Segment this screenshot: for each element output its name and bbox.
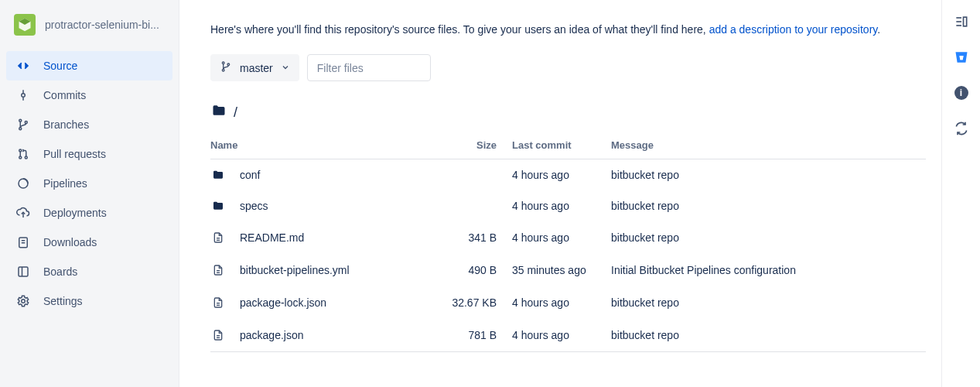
file-name-link[interactable]: README.md [240,231,304,244]
svg-point-6 [19,128,22,130]
file-name-link[interactable]: package.json [240,329,304,341]
file-last-commit: 4 hours ago [512,286,611,319]
breadcrumb: / [210,103,926,122]
file-icon [210,328,226,342]
folder-icon [210,103,227,122]
intro-text: Here's where you'll find this repository… [210,23,926,36]
sidebar-item-label: Commits [43,89,86,101]
repo-avatar-icon [14,14,36,36]
svg-point-18 [22,300,26,303]
file-icon [210,296,226,310]
sidebar: protractor-selenium-bi... Source Commits… [0,0,179,387]
file-icon [210,231,226,245]
file-name-link[interactable]: bitbucket-pipelines.yml [240,264,350,276]
file-last-commit: 4 hours ago [512,159,611,191]
folder-icon [210,200,226,212]
svg-point-10 [25,156,27,159]
table-row: README.md341 B4 hours agobitbucket repo [210,221,926,254]
sidebar-item-label: Deployments [43,207,107,219]
svg-point-7 [25,122,27,124]
svg-point-2 [22,94,26,98]
svg-point-20 [222,69,224,71]
info-icon[interactable]: i [952,84,971,102]
sidebar-item-pull-requests[interactable]: Pull requests [6,139,172,169]
sidebar-item-commits[interactable]: Commits [6,80,172,110]
right-sidebar: i [941,0,980,387]
sidebar-item-pipelines[interactable]: Pipelines [6,169,172,198]
svg-point-19 [222,62,224,64]
col-header-size[interactable]: Size [442,133,512,159]
gear-icon [15,293,31,309]
sidebar-item-label: Boards [43,265,77,278]
intro-after: . [877,23,880,36]
svg-point-8 [19,149,22,152]
file-message: bitbucket repo [611,319,926,352]
file-message: bitbucket repo [611,159,926,191]
sidebar-item-downloads[interactable]: Downloads [6,228,172,257]
svg-point-9 [19,156,22,159]
chevron-down-icon [281,62,290,74]
bitbucket-icon[interactable] [952,48,971,67]
table-row: conf4 hours agobitbucket repo [210,159,926,191]
branch-icon [220,60,232,75]
sidebar-item-branches[interactable]: Branches [6,110,172,139]
boards-icon [15,264,31,279]
add-description-link[interactable]: add a description to your repository [709,23,878,36]
file-size: 341 B [442,221,512,254]
repo-header[interactable]: protractor-selenium-bi... [0,9,179,43]
main-content: Here's where you'll find this repository… [179,0,941,387]
sidebar-item-label: Pipelines [43,177,87,190]
folder-icon [210,169,226,181]
file-last-commit: 4 hours ago [512,319,611,352]
controls-row: master [210,54,926,81]
file-name-link[interactable]: conf [240,169,260,181]
file-message: bitbucket repo [611,286,926,319]
repo-title: protractor-selenium-bi... [45,19,159,31]
table-row: package-lock.json32.67 KB4 hours agobitb… [210,286,926,319]
intro-before: Here's where you'll find this repository… [210,23,709,36]
col-header-last-commit[interactable]: Last commit [512,133,611,159]
sidebar-item-label: Downloads [43,236,97,248]
sidebar-item-source[interactable]: Source [6,51,172,80]
branch-selector[interactable]: master [210,54,299,81]
sidebar-item-label: Pull requests [43,148,106,160]
sidebar-item-boards[interactable]: Boards [6,257,172,286]
downloads-icon [15,235,31,250]
sidebar-item-label: Settings [43,295,83,307]
deployments-icon [15,205,31,221]
file-name-link[interactable]: package-lock.json [240,296,326,309]
file-last-commit: 4 hours ago [512,190,611,221]
filter-files-input[interactable] [307,54,431,81]
file-last-commit: 4 hours ago [512,221,611,254]
svg-rect-33 [963,17,966,26]
col-header-name[interactable]: Name [210,133,442,159]
svg-rect-16 [19,267,28,276]
file-size [442,190,512,221]
svg-point-21 [227,63,230,66]
branch-icon [15,117,31,132]
commit-icon [15,87,31,103]
file-size [442,159,512,191]
sidebar-item-label: Branches [43,118,89,131]
file-message: bitbucket repo [611,221,926,254]
file-table: Name Size Last commit Message conf4 hour… [210,133,926,352]
file-last-commit: 35 minutes ago [512,254,611,286]
file-size: 32.67 KB [442,286,512,319]
expand-panel-icon[interactable] [952,12,971,31]
sidebar-item-settings[interactable]: Settings [6,286,172,316]
table-row: package.json781 B4 hours agobitbucket re… [210,319,926,352]
breadcrumb-root[interactable]: / [234,104,237,121]
file-message: Initial Bitbucket Pipelines configuratio… [611,254,926,286]
table-row: specs4 hours agobitbucket repo [210,190,926,221]
code-icon [15,58,31,74]
col-header-message[interactable]: Message [611,133,926,159]
sidebar-item-deployments[interactable]: Deployments [6,198,172,228]
file-size: 781 B [442,319,512,352]
sidebar-item-label: Source [43,60,77,72]
sidebar-nav: Source Commits Branches Pull requests Pi… [0,51,179,316]
file-name-link[interactable]: specs [240,200,268,212]
table-row: bitbucket-pipelines.yml490 B35 minutes a… [210,254,926,286]
file-icon [210,263,226,277]
sync-icon[interactable] [952,119,971,138]
svg-point-5 [19,119,22,122]
